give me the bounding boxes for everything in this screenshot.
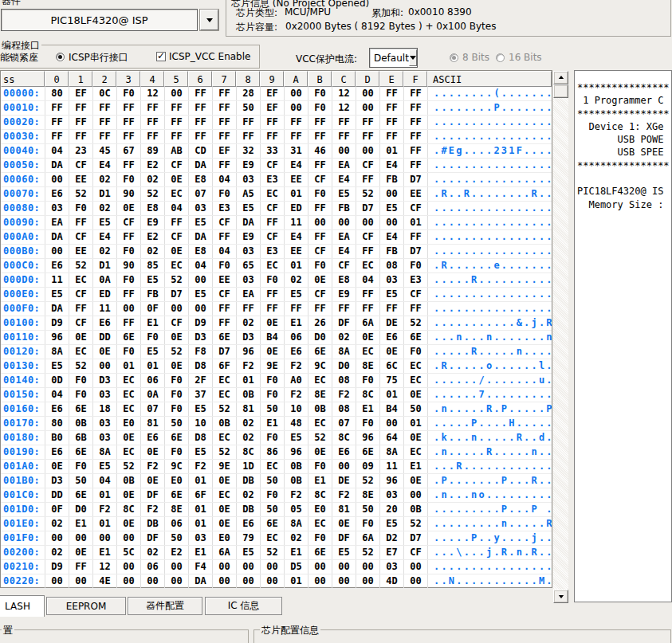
hex-byte[interactable]: 50 (356, 503, 379, 516)
hex-byte[interactable]: CF (260, 230, 284, 244)
hex-byte[interactable]: EA (236, 288, 260, 301)
hex-byte[interactable]: F0 (116, 173, 140, 186)
hex-byte[interactable]: F2 (284, 388, 308, 402)
hex-byte[interactable]: E5 (45, 359, 69, 373)
hex-byte[interactable]: 00 (164, 302, 188, 316)
hex-byte[interactable]: FF (140, 116, 164, 129)
hex-byte[interactable]: 0E (403, 388, 427, 402)
hex-byte[interactable]: 00 (45, 173, 69, 186)
hex-byte[interactable]: F2 (140, 460, 164, 473)
icsp-radio-label[interactable]: ICSP串行接口 (69, 51, 128, 65)
hex-byte[interactable]: E6 (92, 316, 116, 330)
hex-byte[interactable]: 52 (260, 546, 284, 559)
hex-byte[interactable]: 9C (164, 460, 188, 473)
hex-byte[interactable]: E6 (45, 259, 69, 272)
hex-byte[interactable]: 07 (332, 417, 356, 430)
hex-byte[interactable]: EC (308, 417, 332, 430)
hex-byte[interactable]: D9 (188, 316, 212, 330)
hex-byte[interactable]: 0E (164, 359, 188, 373)
hex-byte[interactable]: 00 (69, 531, 92, 545)
hex-byte[interactable]: EE (212, 273, 236, 287)
hex-byte[interactable]: D7 (403, 245, 427, 258)
hex-byte[interactable]: F0 (116, 245, 140, 258)
scroll-down-button[interactable] (553, 590, 568, 603)
hex-byte[interactable]: FF (212, 159, 236, 172)
hex-byte[interactable]: F0 (356, 517, 379, 531)
hex-byte[interactable]: 00 (188, 273, 212, 287)
hex-byte[interactable]: FF (260, 216, 284, 229)
hex-byte[interactable]: 11 (45, 273, 69, 287)
hex-byte[interactable]: FF (188, 116, 212, 129)
hex-byte[interactable]: 00 (284, 101, 308, 115)
hex-byte[interactable]: 37 (188, 388, 212, 402)
hex-byte[interactable]: 50 (260, 503, 284, 516)
hex-byte[interactable]: CF (164, 159, 188, 172)
hex-byte[interactable]: DA (188, 574, 212, 588)
hex-byte[interactable]: 01 (284, 187, 308, 201)
row-ascii[interactable]: ................ (427, 130, 552, 143)
hex-byte[interactable]: 01 (92, 517, 116, 531)
hex-byte[interactable]: E3 (260, 245, 284, 258)
hex-byte[interactable]: 46 (308, 144, 332, 158)
hex-byte[interactable]: 11 (284, 216, 308, 229)
hex-byte[interactable]: 0F (140, 302, 164, 316)
hex-byte[interactable]: 26 (308, 316, 332, 330)
hex-byte[interactable]: 6E (260, 517, 284, 531)
hex-byte[interactable]: 8C (356, 388, 379, 402)
hex-byte[interactable]: F0 (403, 345, 427, 359)
tab-eeprom[interactable]: EEPROM (46, 597, 126, 615)
hex-byte[interactable]: 12 (332, 101, 356, 115)
hex-byte[interactable]: 50 (260, 474, 284, 488)
row-ascii[interactable]: .R......e....... (427, 259, 552, 272)
hex-byte[interactable]: FF (164, 101, 188, 115)
hex-byte[interactable]: EC (308, 374, 332, 387)
hex-byte[interactable]: DA (236, 216, 260, 229)
hex-byte[interactable]: 96 (236, 345, 260, 359)
hex-byte[interactable]: 00 (188, 302, 212, 316)
hex-byte[interactable]: 09 (356, 460, 379, 473)
hex-byte[interactable]: 01 (236, 374, 260, 387)
row-ascii[interactable]: .#Eg....231F.... (427, 144, 552, 158)
hex-byte[interactable]: 0E (140, 445, 164, 459)
hex-byte[interactable]: 20 (379, 503, 403, 516)
hex-byte[interactable]: D1 (92, 259, 116, 272)
hex-byte[interactable]: 6E (69, 402, 92, 416)
row-ascii[interactable]: ................ (427, 216, 552, 229)
hex-byte[interactable]: 03 (236, 273, 260, 287)
hex-byte[interactable]: EC (116, 374, 140, 387)
hex-byte[interactable]: 0E (116, 202, 140, 215)
hex-byte[interactable]: EC (403, 445, 427, 459)
hex-byte[interactable]: E6 (236, 517, 260, 531)
hex-byte[interactable]: 01 (284, 574, 308, 588)
hex-byte[interactable]: 23 (69, 144, 92, 158)
hex-byte[interactable]: EC (260, 259, 284, 272)
hex-byte[interactable]: 50 (236, 101, 260, 115)
hex-byte[interactable]: 50 (403, 402, 427, 416)
hex-byte[interactable]: 45 (92, 144, 116, 158)
hex-byte[interactable]: FF (332, 130, 356, 143)
hex-byte[interactable]: D7 (403, 531, 427, 545)
device-combobox[interactable]: PIC18LF4320@ ISP (1, 9, 198, 31)
hex-byte[interactable]: E5 (379, 288, 403, 301)
hex-byte[interactable]: E1 (69, 517, 92, 531)
scroll-up-button[interactable] (553, 71, 568, 84)
hex-byte[interactable]: D9 (45, 316, 69, 330)
hex-byte[interactable]: E6 (140, 431, 164, 445)
hex-byte[interactable]: 04 (212, 245, 236, 258)
hex-byte[interactable]: CF (403, 546, 427, 559)
hex-byte[interactable]: EC (212, 388, 236, 402)
hex-byte[interactable]: EF (212, 144, 236, 158)
hex-byte[interactable]: 00 (332, 460, 356, 473)
row-ascii[interactable]: .n.....R.P.....P (427, 402, 552, 416)
hex-byte[interactable]: FB (379, 173, 403, 186)
hex-byte[interactable]: F0 (212, 259, 236, 272)
hex-byte[interactable]: 81 (332, 503, 356, 516)
hex-byte[interactable]: 6F (188, 488, 212, 502)
hex-byte[interactable]: 01 (379, 144, 403, 158)
hex-byte[interactable]: E2 (140, 159, 164, 172)
hex-byte[interactable]: FF (92, 101, 116, 115)
hex-byte[interactable]: DF (332, 316, 356, 330)
row-ascii[interactable]: .....R.......... (427, 273, 552, 287)
hex-byte[interactable]: 2F (188, 374, 212, 387)
hex-byte[interactable]: 0E (308, 445, 332, 459)
